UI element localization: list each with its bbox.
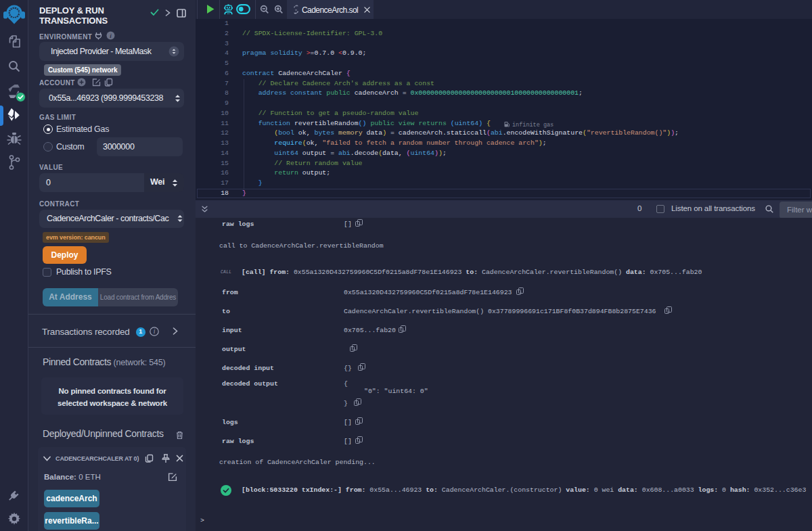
svg-text:i: i (154, 328, 156, 335)
